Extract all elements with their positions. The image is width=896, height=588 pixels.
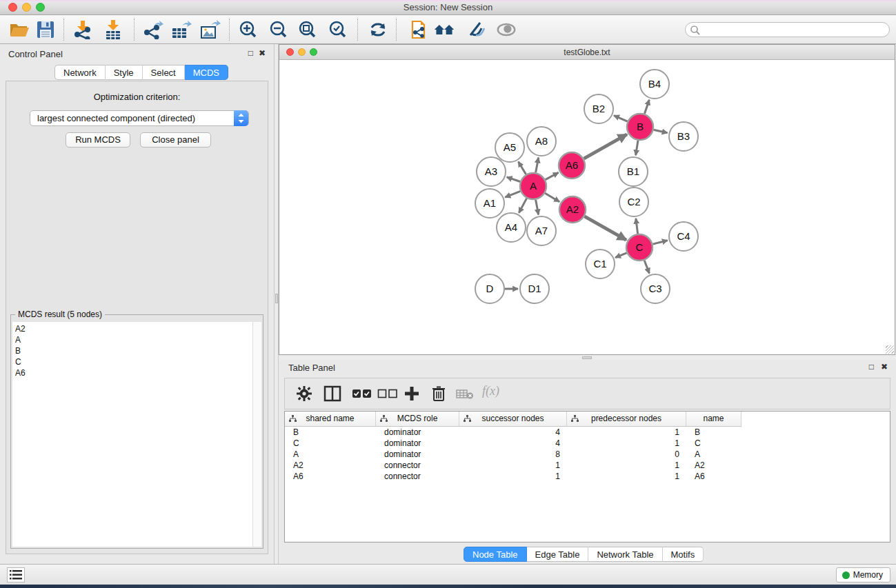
table-cell[interactable]: A6 <box>285 471 376 482</box>
hide-graphics-details-icon[interactable] <box>466 20 488 39</box>
close-panel-button[interactable]: Close panel <box>140 132 211 148</box>
zoom-selected-icon[interactable] <box>327 20 349 39</box>
edge-C-C3[interactable] <box>644 261 649 274</box>
import-table-icon[interactable] <box>102 20 124 39</box>
column-header-predecessor-nodes[interactable]: predecessor nodes <box>567 412 686 427</box>
zoom-fit-icon[interactable] <box>297 20 319 39</box>
network-window-titlebar[interactable]: testGlobe.txt <box>279 45 895 60</box>
close-panel-icon[interactable]: ✖ <box>881 362 888 372</box>
delete-table-icon[interactable] <box>456 388 474 401</box>
close-panel-icon[interactable]: ✖ <box>259 48 266 58</box>
table-cell[interactable]: 0 <box>567 449 686 460</box>
function-builder-icon[interactable]: f(x) <box>482 384 499 398</box>
show-column-icon[interactable] <box>323 385 341 402</box>
table-row[interactable]: Adominator80A <box>285 449 890 460</box>
column-header-successor-nodes[interactable]: successor nodes <box>459 412 567 427</box>
edge-B-B3[interactable] <box>654 130 668 132</box>
run-mcds-button[interactable]: Run MCDS <box>66 132 130 148</box>
column-settings-gear-icon[interactable] <box>296 385 312 402</box>
mcds-result-scrollbar[interactable] <box>252 322 261 547</box>
table-cell[interactable]: C <box>686 438 741 449</box>
open-session-icon[interactable] <box>8 20 30 39</box>
vertical-split-divider[interactable] <box>274 44 279 564</box>
table-row[interactable]: Cdominator41C <box>285 438 890 449</box>
memory-button[interactable]: Memory <box>836 567 890 582</box>
column-header-name[interactable]: name <box>686 412 741 427</box>
export-table-icon[interactable] <box>170 20 192 39</box>
mcds-result-list[interactable]: A2ABCA6 <box>12 322 252 547</box>
table-row[interactable]: A6connector11A6 <box>285 471 890 482</box>
table-cell[interactable]: connector <box>376 471 459 482</box>
mcds-result-item[interactable]: A6 <box>15 367 252 378</box>
tab-edge-table[interactable]: Edge Table <box>527 547 589 562</box>
edge-C-C4[interactable] <box>653 241 667 244</box>
edge-A2-C[interactable] <box>584 216 626 240</box>
tab-network-table[interactable]: Network Table <box>588 547 662 562</box>
float-panel-icon[interactable]: □ <box>869 362 874 372</box>
criterion-select[interactable]: largest connected component (directed) <box>30 110 249 126</box>
edge-A-A4[interactable] <box>519 199 526 213</box>
table-cell[interactable]: dominator <box>376 438 459 449</box>
edge-A6-B[interactable] <box>584 134 626 159</box>
edge-B-B4[interactable] <box>644 100 649 114</box>
tab-mcds[interactable]: MCDS <box>185 65 228 80</box>
table-cell[interactable]: B <box>285 427 376 438</box>
edge-A-A5[interactable] <box>518 162 526 174</box>
table-cell[interactable]: A2 <box>285 460 376 471</box>
table-cell[interactable]: 1 <box>567 460 686 471</box>
home-icon[interactable] <box>433 20 455 39</box>
select-all-icon[interactable] <box>352 385 372 402</box>
edge-A-A1[interactable] <box>505 191 520 197</box>
table-cell[interactable]: connector <box>376 460 459 471</box>
table-cell[interactable]: 1 <box>459 460 567 471</box>
create-column-plus-icon[interactable] <box>404 385 420 402</box>
tab-network[interactable]: Network <box>54 65 106 80</box>
zoom-out-icon[interactable] <box>268 20 290 39</box>
table-cell[interactable]: 4 <box>459 427 567 438</box>
edge-C-C1[interactable] <box>615 253 626 258</box>
tab-motifs[interactable]: Motifs <box>663 547 704 562</box>
show-hide-eye-icon[interactable] <box>495 20 517 39</box>
table-cell[interactable]: 1 <box>567 427 686 438</box>
table-cell[interactable]: 1 <box>567 471 686 482</box>
table-cell[interactable]: A <box>686 449 741 460</box>
network-canvas[interactable]: AA1A2A3A4A5A6A7A8BB1B2B3B4CC1C2C3C4DD1 <box>279 61 895 354</box>
table-cell[interactable]: dominator <box>376 427 459 438</box>
edge-A-A8[interactable] <box>536 158 539 173</box>
search-input[interactable] <box>702 23 885 36</box>
column-header-mcds-role[interactable]: MCDS role <box>376 412 459 427</box>
edge-A-A7[interactable] <box>536 200 539 215</box>
table-cell[interactable]: A <box>285 449 376 460</box>
column-header-shared-name[interactable]: shared name <box>285 412 376 427</box>
export-network-icon[interactable] <box>142 20 164 39</box>
table-cell[interactable]: 1 <box>567 438 686 449</box>
table-cell[interactable]: 1 <box>459 471 567 482</box>
divider-grip[interactable] <box>275 294 278 303</box>
table-cell[interactable]: dominator <box>376 449 459 460</box>
float-panel-icon[interactable]: □ <box>248 48 253 58</box>
task-history-button[interactable] <box>7 567 25 582</box>
table-cell[interactable]: A2 <box>686 460 741 471</box>
zoom-in-icon[interactable] <box>237 20 259 39</box>
mcds-result-item[interactable]: A <box>15 334 252 345</box>
table-cell[interactable]: 8 <box>459 449 567 460</box>
deselect-all-icon[interactable] <box>377 385 398 402</box>
table-cell[interactable]: 4 <box>459 438 567 449</box>
mcds-result-item[interactable]: B <box>15 345 252 356</box>
edge-C-C2[interactable] <box>636 219 638 234</box>
edge-A-A6[interactable] <box>546 172 559 179</box>
tab-select[interactable]: Select <box>143 65 185 80</box>
export-image-icon[interactable] <box>199 20 221 39</box>
divider-grip[interactable] <box>582 356 592 359</box>
mcds-result-item[interactable]: C <box>15 356 252 367</box>
refresh-icon[interactable] <box>367 20 389 39</box>
window-resize-grip[interactable] <box>886 345 894 354</box>
clone-network-icon[interactable] <box>408 20 430 39</box>
tab-node-table[interactable]: Node Table <box>464 547 527 562</box>
table-cell[interactable]: A6 <box>686 471 741 482</box>
tab-style[interactable]: Style <box>106 65 143 80</box>
edge-A-A2[interactable] <box>545 193 559 201</box>
table-row[interactable]: A2connector11A2 <box>285 460 890 471</box>
edge-A-A3[interactable] <box>507 177 520 182</box>
table-row[interactable]: Bdominator41B <box>285 427 890 438</box>
